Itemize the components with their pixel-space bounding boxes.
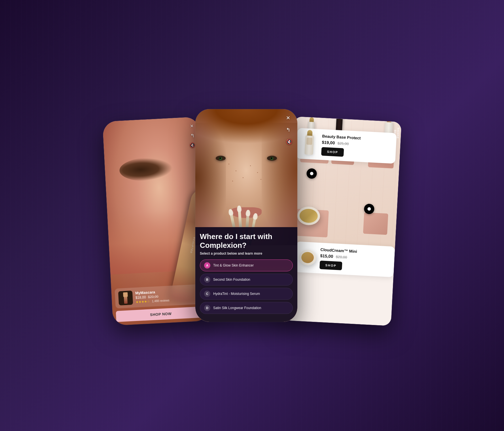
current-price: $18,00 <box>135 295 146 300</box>
share-button[interactable]: ↰ <box>190 132 195 139</box>
top-product-name: Beauty Base Protect <box>322 134 361 140</box>
quiz-option-d[interactable]: D Satin Silk Longwear Foundation <box>200 302 293 314</box>
option-letter-a: A <box>204 262 210 269</box>
product-card-bottom: CloudCream™ Mini $15,00 $20,00 SHOP <box>294 241 395 277</box>
freckle <box>236 170 236 171</box>
products-display-area: SecondSkin Beauty Base Protect $19,00 $2… <box>287 117 402 252</box>
option-letter-c: C <box>204 291 210 297</box>
bottom-current-price: $15,00 <box>320 253 333 259</box>
close-button-center[interactable]: ✕ <box>286 115 292 121</box>
bottom-old-price: $20,00 <box>336 254 347 259</box>
bottom-shop-button[interactable]: SHOP <box>319 261 342 270</box>
quiz-option-a[interactable]: A Tint & Glow Skin Enhancer <box>200 259 293 271</box>
option-letter-b: B <box>204 276 210 283</box>
option-text-b: Second Skin Foundation <box>213 278 250 282</box>
phone-left: × ↰ 🔇 MyMascara $18,00 $20,00 ★★★★☆ 1,48… <box>102 117 209 326</box>
shop-now-button[interactable]: SHOP NOW <box>116 306 206 322</box>
top-product-details: Beauty Base Protect $19,00 $25,00 SHOP <box>321 134 361 157</box>
bottom-product-details: CloudCream™ Mini $15,00 $20,00 SHOP <box>319 247 357 271</box>
bottom-product-price-row: $15,00 $20,00 <box>320 253 357 260</box>
quiz-overlay: Where do I start with Complexion? Select… <box>195 227 297 322</box>
old-price: $20,00 <box>148 295 158 299</box>
freckle <box>261 179 261 180</box>
freckle <box>250 165 251 166</box>
phone-right-content: SecondSkin Beauty Base Protect $19,00 $2… <box>283 117 401 326</box>
beauty-base-tube <box>304 133 314 155</box>
freckle <box>243 177 243 178</box>
platform-cube-5 <box>363 212 388 235</box>
bottom-product-image <box>298 246 317 269</box>
phone-center: ✕ ↰ 🔇 Where do I start with Complexion? … <box>195 109 297 322</box>
phone-left-background: × ↰ 🔇 MyMascara $18,00 $20,00 ★★★★☆ 1,48… <box>102 117 209 326</box>
cream-jar-mini <box>299 249 317 266</box>
quiz-subtitle: Select a product below and learn more <box>200 252 293 255</box>
quiz-title: Where do I start with Complexion? <box>200 232 293 250</box>
share-button-center[interactable]: ↰ <box>286 127 292 133</box>
close-button[interactable]: × <box>190 123 194 130</box>
phones-container: × ↰ 🔇 MyMascara $18,00 $20,00 ★★★★☆ 1,48… <box>25 109 479 322</box>
phone-center-background: ✕ ↰ 🔇 Where do I start with Complexion? … <box>195 109 297 322</box>
stars-display: ★★★★☆ <box>136 299 150 304</box>
option-text-a: Tint & Glow Skin Enhancer <box>213 263 254 267</box>
product-thumbnail <box>118 291 133 306</box>
center-controls: ✕ ↰ 🔇 <box>286 115 292 145</box>
quiz-option-b[interactable]: B Second Skin Foundation <box>200 274 293 286</box>
top-product-price-row: $19,00 $25,00 <box>322 140 361 147</box>
top-current-price: $19,00 <box>322 140 335 145</box>
mute-button-center[interactable]: 🔇 <box>286 139 292 145</box>
quiz-option-c[interactable]: C HydraTint - Moisturising Serum <box>200 288 293 300</box>
option-letter-d: D <box>204 305 210 311</box>
freckle <box>257 172 258 173</box>
freckle <box>228 164 229 164</box>
option-text-c: HydraTint - Moisturising Serum <box>213 292 260 296</box>
product-dot-indicator-1[interactable] <box>306 168 317 179</box>
review-count: 1,488 reviews <box>152 299 170 303</box>
bottom-product-name: CloudCream™ Mini <box>320 247 357 254</box>
top-old-price: $25,00 <box>337 141 349 146</box>
mute-button[interactable]: 🔇 <box>189 142 195 148</box>
top-product-image <box>300 132 318 156</box>
freckle <box>232 181 233 181</box>
option-text-d: Satin Silk Longwear Foundation <box>213 306 261 310</box>
product-info: MyMascara $18,00 $20,00 ★★★★☆ 1,488 revi… <box>135 288 202 304</box>
top-shop-button[interactable]: SHOP <box>321 147 344 157</box>
phone-right: SecondSkin Beauty Base Protect $19,00 $2… <box>283 117 401 326</box>
freckles <box>211 157 282 191</box>
product-card-top: Beauty Base Protect $19,00 $25,00 SHOP <box>296 128 397 164</box>
product-card: MyMascara $18,00 $20,00 ★★★★☆ 1,488 revi… <box>115 284 205 308</box>
